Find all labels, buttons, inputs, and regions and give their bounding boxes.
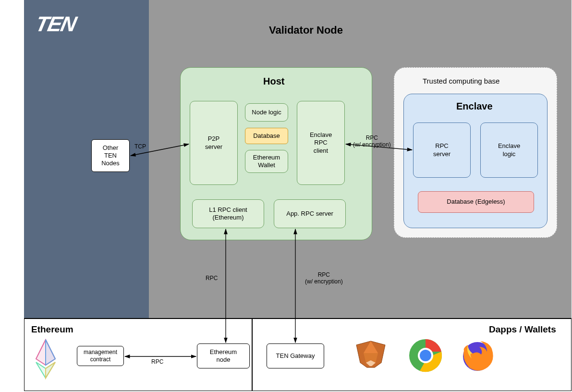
- node-logic: Node logic: [245, 103, 288, 122]
- label-rpc-1: RPC: [206, 275, 218, 282]
- host-database: Database: [245, 128, 288, 144]
- ten-logo: TEN: [34, 12, 78, 36]
- other-ten-nodes: Other TEN Nodes: [91, 139, 130, 172]
- svg-point-10: [420, 350, 431, 361]
- ethereum-node: Ethereum node: [197, 343, 250, 368]
- dapps-section-title: Dapps / Wallets: [489, 324, 556, 335]
- label-rpc-encryption-1: RPC (w/ encryption): [353, 135, 391, 148]
- firefox-icon: [458, 336, 497, 375]
- sidebar-panel: [24, 0, 149, 318]
- enclave-rpc-client: Enclave RPC client: [297, 101, 345, 185]
- ethereum-wallet: Ethereum Wallet: [245, 150, 288, 173]
- p2p-server: P2P server: [190, 101, 238, 185]
- svg-marker-1: [46, 340, 55, 365]
- management-contract: management contract: [77, 346, 124, 366]
- label-rpc-2: RPC: [151, 358, 163, 365]
- label-rpc-encryption-2: RPC (w/ encryption): [305, 271, 343, 285]
- enclave-title: Enclave: [456, 101, 493, 112]
- app-rpc-server: App. RPC server: [274, 199, 346, 228]
- edgeless-database: Database (Edgeless): [418, 191, 534, 213]
- label-tcp: TCP: [134, 143, 146, 150]
- l1-rpc-client: L1 RPC client (Ethereum): [192, 199, 264, 228]
- chrome-icon: [406, 336, 445, 375]
- host-title: Host: [263, 76, 284, 87]
- validator-title: Validator Node: [269, 24, 343, 37]
- enclave-logic: Enclave logic: [480, 122, 538, 178]
- rpc-server: RPC server: [413, 122, 471, 178]
- ten-gateway: TEN Gateway: [267, 343, 324, 368]
- ethereum-section-title: Ethereum: [31, 324, 73, 335]
- tcb-title: Trusted computing base: [423, 77, 499, 85]
- metamask-icon: [352, 336, 390, 375]
- ethereum-icon: [31, 337, 60, 380]
